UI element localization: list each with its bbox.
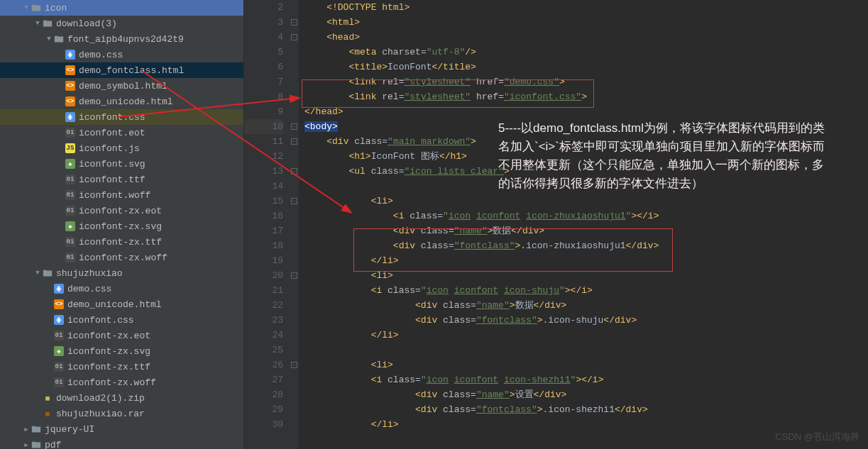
tree-folder[interactable]: ▶pdf xyxy=(0,437,243,449)
code-line[interactable]: <link rel="stylesheet" href="demo.css"> xyxy=(304,74,868,89)
file-icon: ◈ xyxy=(65,221,75,231)
tree-item-label: demo_unicode.html xyxy=(67,299,162,310)
tree-file[interactable]: <>demo_unicode.html xyxy=(0,94,243,109)
tree-file[interactable]: ▦download2(1).zip xyxy=(0,390,243,406)
code-line[interactable]: <i class="icon iconfont icon-zhuxiaoshuj… xyxy=(304,209,868,223)
tree-folder[interactable]: ▼shujuzhuxiao xyxy=(0,265,243,281)
fold-marker[interactable] xyxy=(290,402,299,417)
code-line[interactable]: <div class="fontclass">.icon-shuju</div> xyxy=(304,313,868,328)
fold-marker[interactable] xyxy=(290,253,299,268)
tree-file[interactable]: ▦shujuzhuxiao.rar xyxy=(0,406,243,421)
fold-marker[interactable] xyxy=(290,417,299,432)
tree-item-label: font_aipb4upnvs2d42t9 xyxy=(67,34,184,45)
code-line[interactable]: <!DOCTYPE html> xyxy=(304,0,868,15)
code-line[interactable]: <html> xyxy=(304,15,868,30)
tree-file[interactable]: 01iconfont-zx.eot xyxy=(0,203,243,218)
code-line[interactable]: <body> xyxy=(304,119,868,134)
tree-file[interactable]: ⋕demo.css xyxy=(0,281,243,296)
tree-file[interactable]: 01iconfont-zx.woff xyxy=(0,375,243,390)
code-line[interactable]: <div class="main markdown"> xyxy=(304,134,868,149)
tree-file[interactable]: ⋕iconfont.css xyxy=(0,109,243,125)
code-line[interactable]: </li> xyxy=(304,253,868,268)
line-number: 3 xyxy=(244,15,283,30)
tree-file[interactable]: <>demo_symbol.html xyxy=(0,78,243,94)
tree-file[interactable]: <>demo_unicode.html xyxy=(0,296,243,312)
line-number: 29 xyxy=(244,402,283,417)
tree-file[interactable]: ◈iconfont-zx.svg xyxy=(0,218,243,234)
fold-marker[interactable]: − xyxy=(290,194,299,209)
tree-folder[interactable]: ▶jquery-UI xyxy=(0,421,243,437)
code-line[interactable] xyxy=(304,179,868,194)
fold-marker[interactable] xyxy=(290,0,299,15)
code-line[interactable]: <title>IconFont</title> xyxy=(304,60,868,74)
tree-file[interactable]: 01iconfont-zx.eot xyxy=(0,328,243,343)
fold-marker[interactable]: − xyxy=(290,15,299,30)
code-area[interactable]: <!DOCTYPE html> <html> <head> <meta char… xyxy=(299,0,868,449)
fold-marker[interactable] xyxy=(290,149,299,164)
code-line[interactable]: <link rel="stylesheet" href="iconfont.cs… xyxy=(304,89,868,104)
code-line[interactable]: <li> xyxy=(304,194,868,209)
fold-marker[interactable] xyxy=(290,223,299,238)
code-line[interactable]: <h1>IconFont 图标</h1> xyxy=(304,149,868,164)
tree-file[interactable]: 01iconfont-zx.woff xyxy=(0,250,243,265)
code-line[interactable]: <li> xyxy=(304,357,868,372)
tree-file[interactable]: 01iconfont-zx.ttf xyxy=(0,234,243,250)
fold-marker[interactable] xyxy=(290,328,299,343)
fold-marker[interactable] xyxy=(290,209,299,223)
fold-marker[interactable]: − xyxy=(290,268,299,283)
code-line[interactable]: </li> xyxy=(304,417,868,432)
fold-marker[interactable] xyxy=(290,74,299,89)
fold-marker[interactable] xyxy=(290,283,299,298)
fold-marker[interactable] xyxy=(290,387,299,402)
fold-marker[interactable] xyxy=(290,298,299,313)
tree-file[interactable]: JSiconfont.js xyxy=(0,140,243,156)
tree-file[interactable]: 01iconfont.woff xyxy=(0,187,243,203)
code-line[interactable] xyxy=(304,343,868,357)
fold-marker[interactable] xyxy=(290,343,299,357)
code-line[interactable]: <i class="icon iconfont icon-shezhi1"></… xyxy=(304,372,868,387)
fold-marker[interactable] xyxy=(290,313,299,328)
code-line[interactable]: <div class="name">设置</div> xyxy=(304,387,868,402)
tree-file[interactable]: <>demo_fontclass.html xyxy=(0,62,243,78)
fold-marker[interactable]: − xyxy=(290,357,299,372)
fold-marker[interactable] xyxy=(290,89,299,104)
tree-folder[interactable]: ▼icon xyxy=(0,0,243,16)
tree-file[interactable]: 01iconfont-zx.ttf xyxy=(0,359,243,375)
fold-marker[interactable] xyxy=(290,179,299,194)
file-icon: <> xyxy=(65,81,75,91)
tree-file[interactable]: ⋕demo.css xyxy=(0,47,243,62)
code-line[interactable]: <li> xyxy=(304,268,868,283)
code-line[interactable]: <div class="name">数据</div> xyxy=(304,298,868,313)
fold-marker[interactable] xyxy=(290,104,299,119)
code-line[interactable]: <i class="icon iconfont icon-shuju"></i> xyxy=(304,283,868,298)
tree-file[interactable]: ⋕iconfont.css xyxy=(0,312,243,328)
line-number: 24 xyxy=(244,328,283,343)
file-icon: 01 xyxy=(65,237,75,247)
code-line[interactable]: <div class="fontclass">.icon-shezhi1</di… xyxy=(304,402,868,417)
line-number: 27 xyxy=(244,372,283,387)
fold-marker[interactable]: − xyxy=(290,134,299,149)
code-line[interactable]: <head> xyxy=(304,30,868,45)
fold-marker[interactable]: − xyxy=(290,30,299,45)
code-editor[interactable]: 2345678910111213141516171819202122232425… xyxy=(244,0,868,449)
code-line[interactable]: </li> xyxy=(304,328,868,343)
tree-file[interactable]: ◈iconfont.svg xyxy=(0,156,243,172)
file-tree[interactable]: ▼icon▼download(3)▼font_aipb4upnvs2d42t9⋕… xyxy=(0,0,244,449)
fold-marker[interactable] xyxy=(290,238,299,253)
tree-file[interactable]: 01iconfont.eot xyxy=(0,125,243,140)
code-line[interactable]: <div class="fontclass">.icon-zhuxiaoshuj… xyxy=(304,238,868,253)
fold-marker[interactable]: − xyxy=(290,164,299,179)
code-line[interactable]: <ul class="icon_lists clear"> xyxy=(304,164,868,179)
tree-folder[interactable]: ▼font_aipb4upnvs2d42t9 xyxy=(0,31,243,47)
code-line[interactable]: </head> xyxy=(304,104,868,119)
code-line[interactable]: <meta charset="utf-8"/> xyxy=(304,45,868,60)
fold-marker[interactable] xyxy=(290,45,299,60)
fold-marker[interactable] xyxy=(290,372,299,387)
fold-marker[interactable] xyxy=(290,60,299,74)
fold-column: −−−−−−−− xyxy=(290,0,299,449)
code-line[interactable]: <div class="name">数据</div> xyxy=(304,223,868,238)
tree-file[interactable]: ◈iconfont-zx.svg xyxy=(0,343,243,359)
tree-folder[interactable]: ▼download(3) xyxy=(0,16,243,31)
fold-marker[interactable]: − xyxy=(290,119,299,134)
tree-file[interactable]: 01iconfont.ttf xyxy=(0,172,243,187)
